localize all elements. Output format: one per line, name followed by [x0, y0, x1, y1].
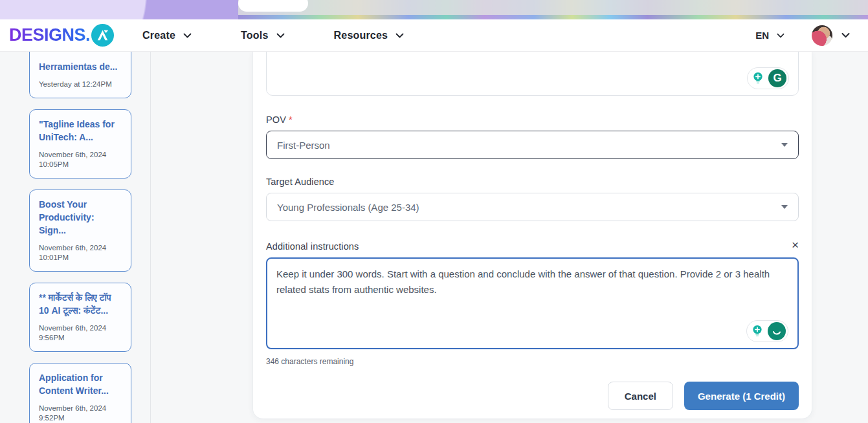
history-item-title: Application for Content Writer... — [39, 371, 122, 397]
account-menu[interactable] — [812, 25, 850, 46]
history-item-timestamp: November 6th, 2024 10:05PM — [39, 150, 122, 169]
nav-item-create-label: Create — [142, 30, 175, 41]
pov-select[interactable]: First-Person — [266, 131, 799, 159]
nav-item-resources[interactable]: Resources — [334, 30, 405, 41]
wallpaper-white-tab — [238, 0, 308, 12]
history-item[interactable]: ** मार्केटर्स के लिए टॉप 10 AI टूल्स: कं… — [29, 283, 131, 352]
target-audience-selected-value: Young Professionals (Age 25-34) — [277, 202, 419, 213]
grammarly-widget[interactable]: G — [747, 67, 789, 89]
main-content: Herramientas de... Yesterday at 12:24PM … — [0, 52, 868, 423]
nav-item-create[interactable]: Create — [142, 30, 192, 41]
chevron-down-icon — [395, 33, 404, 38]
history-item-timestamp: Yesterday at 12:24PM — [39, 80, 122, 89]
target-audience-label: Target Audience — [266, 177, 335, 187]
history-item-title: Boost Your Productivity: Sign... — [39, 198, 122, 237]
history-item[interactable]: Boost Your Productivity: Sign... Novembe… — [29, 190, 131, 272]
cancel-button[interactable]: Cancel — [608, 382, 673, 410]
pov-label-text: POV — [266, 114, 286, 125]
content-generator-form-panel: G POV* First-Person Target Audience Youn… — [252, 52, 812, 419]
chevron-down-icon — [276, 33, 285, 38]
topic-input-field[interactable]: G — [266, 52, 799, 96]
history-sidebar: Herramientas de... Yesterday at 12:24PM … — [0, 52, 151, 423]
desktop-wallpaper-strip — [0, 0, 868, 19]
nav-item-resources-label: Resources — [334, 30, 388, 41]
grammarly-g-icon[interactable]: G — [768, 69, 786, 87]
additional-instructions-field: Keep it under 300 words. Start with a qu… — [266, 257, 799, 349]
top-navbar: DESIGNS. Create Tools Resources — [0, 19, 868, 52]
history-item-title: Herramientas de... — [39, 52, 122, 73]
logo-wordmark: DESIGNS. — [9, 25, 90, 45]
wallpaper-gray-overlay — [238, 0, 868, 15]
generate-button[interactable]: Generate (1 Credit) — [684, 382, 799, 410]
additional-instructions-label: Additional instructions — [266, 241, 359, 252]
lightbulb-suggestion-icon[interactable] — [749, 323, 766, 340]
characters-remaining-counter: 346 characters remaining — [266, 357, 353, 366]
language-label: EN — [755, 30, 769, 41]
user-avatar — [812, 25, 832, 46]
history-item[interactable]: Herramientas de... Yesterday at 12:24PM — [29, 52, 131, 98]
history-item[interactable]: Application for Content Writer... Novemb… — [29, 363, 131, 423]
pov-label: POV* — [266, 114, 293, 125]
nav-menu: Create Tools Resources — [142, 30, 404, 41]
history-item-timestamp: November 6th, 2024 9:56PM — [39, 323, 122, 343]
form-action-buttons: Cancel Generate (1 Credit) — [608, 382, 799, 410]
chevron-down-icon — [183, 33, 192, 38]
select-caret-icon — [781, 205, 788, 209]
additional-instructions-textarea[interactable]: Keep it under 300 words. Start with a qu… — [267, 259, 797, 348]
nav-item-tools-label: Tools — [241, 30, 268, 41]
grammarly-widget[interactable] — [746, 320, 788, 342]
wallpaper-left-lavender — [0, 0, 238, 19]
designs-ai-logo[interactable]: DESIGNS. — [9, 24, 114, 47]
required-asterisk: * — [289, 114, 293, 125]
nav-item-tools[interactable]: Tools — [241, 30, 284, 41]
history-item[interactable]: "Tagline Ideas for UniTech: A... Novembe… — [29, 109, 131, 179]
history-item-timestamp: November 6th, 2024 9:52PM — [39, 404, 122, 423]
chevron-down-icon — [841, 32, 850, 38]
logo-ai-monogram-icon — [91, 24, 114, 47]
history-item-title: "Tagline Ideas for UniTech: A... — [39, 118, 122, 144]
lightbulb-suggestion-icon[interactable] — [750, 70, 766, 87]
history-item-timestamp: November 6th, 2024 10:01PM — [39, 243, 122, 263]
language-selector[interactable]: EN — [755, 30, 785, 41]
pov-selected-value: First-Person — [277, 140, 330, 151]
grammarly-checking-icon[interactable] — [768, 322, 786, 340]
select-caret-icon — [781, 143, 788, 147]
chevron-down-icon — [777, 33, 785, 38]
close-icon[interactable]: × — [792, 239, 799, 251]
target-audience-select[interactable]: Young Professionals (Age 25-34) — [266, 193, 799, 221]
history-item-title: ** मार्केटर्स के लिए टॉप 10 AI टूल्स: कं… — [39, 291, 122, 317]
